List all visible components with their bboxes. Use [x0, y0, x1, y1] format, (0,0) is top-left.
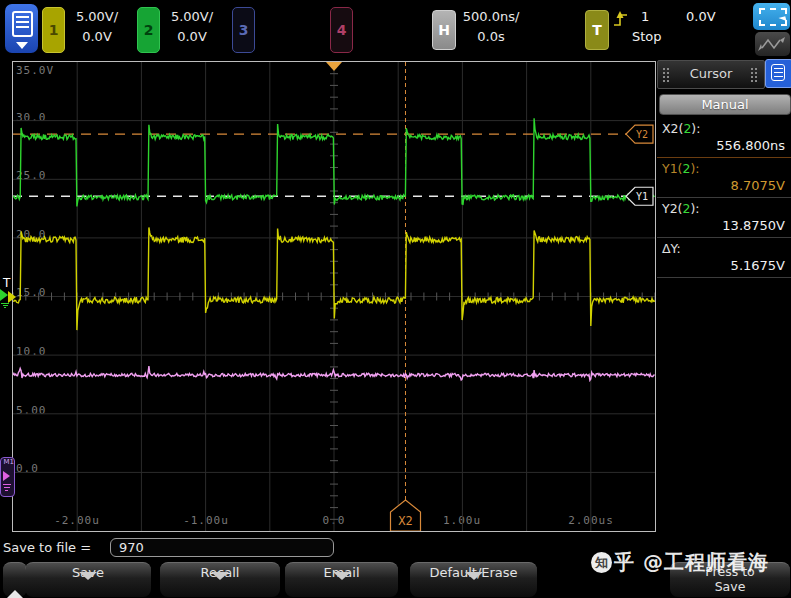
channel-1-ground-marker[interactable] [8, 291, 16, 303]
x2-cursor-tag-label: X2 [398, 514, 412, 528]
rising-edge-icon [613, 9, 629, 29]
channel-1-button[interactable]: 1 [42, 7, 65, 53]
channel-1-trace [13, 227, 655, 330]
menu-list-icon [12, 11, 33, 37]
back-up-button[interactable] [3, 562, 27, 597]
cursor-value: 13.8750V [722, 218, 785, 233]
channel-1-scale: 5.00V/ [64, 9, 130, 24]
top-status-bar: 1 5.00V/ 0.0V 2 5.00V/ 0.0V 3 4 H 500.0n… [0, 0, 791, 58]
cursor-readout-y1[interactable]: Y1(2): 8.7075V [657, 158, 791, 198]
channel-1-offset: 0.0V [64, 29, 130, 44]
y1-cursor-tag-label: Y1 [636, 191, 648, 202]
channel-2-offset: 0.0V [159, 29, 225, 44]
cursor-panel: Cursor Manual X2(2): 556.800ns Y1(2): 8.… [657, 58, 791, 538]
trigger-level: 0.0V [686, 9, 716, 24]
trigger-button[interactable]: T [585, 10, 609, 50]
menu-list-icon [771, 64, 785, 81]
filename-input[interactable]: 970 [110, 538, 334, 557]
watermark-text: 乎 @工程师看海 [614, 549, 769, 576]
default-erase-softkey[interactable]: Default/Erase [410, 562, 537, 597]
down-arrow-icon [79, 580, 97, 598]
cursor-panel-header[interactable]: Cursor [657, 60, 765, 89]
waveform-svg: Y2Y1X2 [13, 62, 655, 531]
trigger-level-marker[interactable]: T [3, 276, 10, 290]
y2-cursor-tag-label: Y2 [636, 129, 648, 140]
channel-2-readout: 5.00V/ 0.0V [159, 0, 225, 58]
zoom-select-button[interactable] [753, 3, 790, 30]
down-arrow-icon [465, 580, 483, 598]
cursor-value: 8.7075V [731, 178, 785, 193]
main-menu-button[interactable] [5, 4, 38, 53]
waveform-display: 35.0V 30.0 25.0 20.0 15.0 10.0 5.00 0.0 … [12, 61, 656, 532]
panel-title: Cursor [658, 66, 764, 81]
channel-4-button[interactable]: 4 [330, 7, 353, 53]
channel-1-readout: 5.00V/ 0.0V [64, 0, 130, 58]
waveform-recall-button[interactable] [755, 32, 790, 56]
cursor-readout-delta-y[interactable]: ΔY: 5.1675V [657, 238, 791, 278]
email-softkey[interactable]: Email [285, 562, 398, 597]
cursor-readout-x2[interactable]: X2(2): 556.800ns [657, 118, 791, 158]
oscilloscope-screen: 1 5.00V/ 0.0V 2 5.00V/ 0.0V 3 4 H 500.0n… [0, 0, 791, 598]
math-arrow-icon [3, 471, 10, 481]
math-channel-marker[interactable]: M1 [0, 457, 15, 497]
timebase-delay: 0.0s [454, 29, 528, 44]
trigger-source: 1 [641, 9, 649, 24]
cursor-readout-y2[interactable]: Y2(2): 13.8750V [657, 198, 791, 238]
channel-2-scale: 5.00V/ [159, 9, 225, 24]
save-to-file-label: Save to file = [3, 540, 91, 555]
math-marker-label: M1 [4, 458, 15, 466]
channel-2-button[interactable]: 2 [137, 7, 160, 53]
recall-softkey[interactable]: Recall [160, 562, 280, 597]
run-state: Stop [632, 29, 662, 44]
down-arrow-icon [211, 580, 229, 598]
channel-3-button[interactable]: 3 [232, 7, 255, 53]
panel-menu-button[interactable] [765, 59, 791, 88]
zhihu-logo-icon: 知 [591, 552, 612, 573]
cursor-mode-button[interactable]: Manual [659, 94, 791, 115]
horizontal-readout: 500.0ns/ 0.0s [454, 0, 528, 58]
chevron-down-icon [16, 42, 28, 49]
cursor-value: 5.1675V [731, 258, 785, 273]
drag-grip-icon [750, 67, 758, 82]
cursor-value: 556.800ns [716, 138, 785, 153]
channel-2-ground-marker[interactable] [0, 289, 8, 301]
save-softkey[interactable]: Save [25, 562, 151, 597]
up-arrow-icon [7, 571, 23, 590]
waveform-arrow-icon [755, 32, 790, 56]
down-arrow-icon [333, 580, 351, 598]
horizontal-button[interactable]: H [432, 10, 456, 50]
trigger-position-icon[interactable] [326, 62, 342, 71]
timebase-scale: 500.0ns/ [454, 9, 528, 24]
watermark: 知 乎 @工程师看海 [591, 549, 769, 576]
